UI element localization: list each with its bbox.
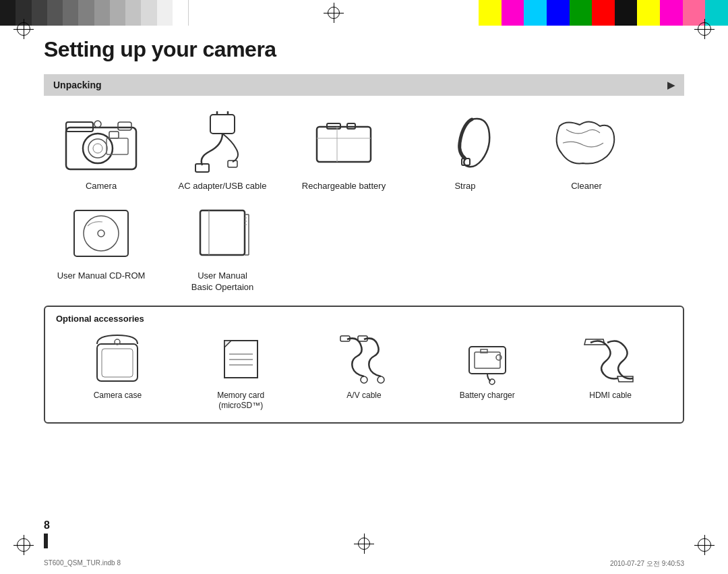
cd-rom-label: User Manual CD-ROM <box>57 270 146 282</box>
svg-point-39 <box>361 376 367 383</box>
user-manual-icon <box>179 199 266 266</box>
svg-point-6 <box>94 121 101 127</box>
battery-charger-label: Battery charger <box>460 391 515 401</box>
svg-rect-20 <box>74 210 128 256</box>
item-cd-rom: User Manual CD-ROM <box>44 199 158 293</box>
reg-mark-tr <box>694 19 715 39</box>
av-cable-label: A/V cable <box>346 391 381 401</box>
reg-mark-bm <box>354 534 374 554</box>
user-manual-label: User Manual Basic Opertaion <box>191 270 254 293</box>
ac-adapter-icon <box>179 109 266 177</box>
unpacking-label: Unpacking <box>53 80 102 90</box>
svg-point-45 <box>496 355 502 360</box>
page-title: Setting up your camera <box>44 37 684 62</box>
svg-rect-5 <box>109 132 119 138</box>
svg-point-3 <box>88 139 107 158</box>
hdmi-cable-icon <box>574 331 648 388</box>
svg-rect-42 <box>475 352 500 368</box>
main-content: Setting up your camera Unpacking <box>44 37 684 537</box>
top-bar-center <box>189 0 479 26</box>
svg-point-4 <box>93 144 102 153</box>
ac-adapter-label: AC adapter/USB cable <box>179 181 267 192</box>
svg-rect-23 <box>200 210 245 255</box>
item-user-manual: User Manual Basic Opertaion <box>165 199 280 293</box>
svg-rect-31 <box>97 344 138 381</box>
page-number-container: 8 <box>44 519 50 548</box>
optional-item-av-cable: A/V cable <box>313 331 415 401</box>
item-camera: Camera <box>44 109 158 192</box>
battery-charger-icon <box>450 331 524 388</box>
unpacking-items: Camera AC adap <box>44 109 684 293</box>
optional-item-hdmi-cable: HDMI cable <box>560 331 661 401</box>
top-color-bar <box>0 0 728 26</box>
footer-right: 2010-07-27 오전 9:40:53 <box>610 559 684 569</box>
reg-mark-tl <box>13 19 34 39</box>
svg-rect-43 <box>481 349 487 353</box>
item-battery: Rechargeable battery <box>286 109 401 192</box>
camera-case-label: Camera case <box>94 391 142 401</box>
strap-icon <box>421 109 509 177</box>
optional-item-camera-case: Camera case <box>67 331 168 401</box>
reg-mark-bl <box>13 535 34 555</box>
svg-point-40 <box>377 376 384 383</box>
svg-rect-7 <box>118 122 131 130</box>
page-number: 8 <box>44 519 50 531</box>
battery-icon <box>300 109 388 177</box>
optional-items: Camera case Memory card (m <box>56 331 672 411</box>
memory-card-label: Memory card (microSD™) <box>217 391 264 411</box>
cleaner-icon <box>543 109 630 177</box>
camera-case-icon <box>80 331 154 388</box>
strap-label: Strap <box>454 181 475 192</box>
footer-left: ST600_QSM_TUR.indb 8 <box>44 559 121 569</box>
reg-mark-br <box>694 535 715 555</box>
svg-point-21 <box>84 216 119 251</box>
item-ac-adapter: AC adapter/USB cable <box>165 109 280 192</box>
camera-label: Camera <box>86 181 117 192</box>
optional-item-memory-card: Memory card (microSD™) <box>190 331 291 411</box>
cd-rom-icon <box>57 199 145 266</box>
camera-icon <box>57 109 145 177</box>
svg-point-44 <box>489 379 495 384</box>
page-bar <box>44 534 48 548</box>
unpacking-section-header: Unpacking <box>44 74 684 96</box>
cleaner-label: Cleaner <box>571 181 602 192</box>
av-cable-icon <box>327 331 401 388</box>
svg-rect-14 <box>317 127 371 162</box>
item-strap: Strap <box>408 109 522 192</box>
optional-header: Optional accessories <box>56 314 672 324</box>
footer: ST600_QSM_TUR.indb 8 2010-07-27 오전 9:40:… <box>44 559 684 569</box>
svg-rect-9 <box>210 115 235 134</box>
item-cleaner: Cleaner <box>529 109 644 192</box>
hdmi-cable-label: HDMI cable <box>589 391 632 401</box>
svg-point-22 <box>98 230 104 237</box>
battery-label: Rechargeable battery <box>302 181 386 192</box>
optional-item-battery-charger: Battery charger <box>437 331 538 401</box>
optional-accessories-box: Optional accessories Camera <box>44 306 684 424</box>
svg-rect-32 <box>102 349 133 377</box>
right-swatches <box>479 0 728 26</box>
memory-card-icon <box>204 331 278 388</box>
